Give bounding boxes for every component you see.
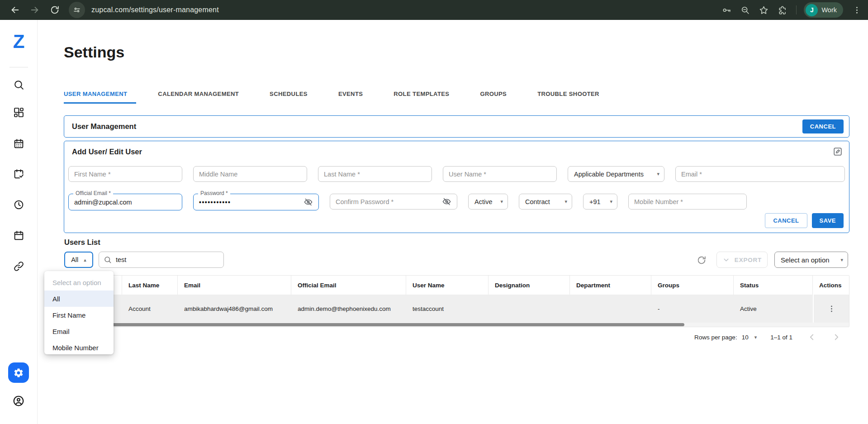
country-code-select[interactable]: +91▾ <box>583 194 617 210</box>
sidebar-item-settings[interactable] <box>8 362 29 383</box>
extensions-icon[interactable] <box>778 5 787 15</box>
col-header-designation[interactable]: Designation <box>489 276 570 295</box>
chevron-down-icon: ▾ <box>840 257 843 263</box>
form-row-2: Official Email * Password * ••••••••••• … <box>68 194 845 210</box>
browser-menu-kebab-icon[interactable] <box>852 5 862 15</box>
mobile-number-input[interactable] <box>634 198 741 205</box>
table-pagination: Rows per page: 10 ▾ 1–1 of 1 <box>64 327 849 348</box>
calendar-check-icon[interactable] <box>13 168 24 180</box>
table-row[interactable]: Account ambikabhardwaj486@gmail.com admi… <box>64 295 849 323</box>
toolbar-divider <box>796 5 797 14</box>
site-settings-icon[interactable] <box>69 2 85 18</box>
search-input[interactable] <box>116 256 219 263</box>
filter-field-select[interactable]: All ▴ <box>64 252 93 268</box>
form-cancel-button[interactable]: CANCEL <box>765 213 807 228</box>
pagination-range: 1–1 of 1 <box>770 334 792 341</box>
app-logo[interactable]: Z <box>0 31 38 52</box>
eye-off-icon[interactable] <box>304 197 313 207</box>
middle-name-input[interactable] <box>199 171 301 178</box>
col-header-official-email[interactable]: Official Email <box>291 276 406 295</box>
rows-per-page-select[interactable]: 10 ▾ <box>742 334 757 341</box>
col-header-email[interactable]: Email <box>178 276 291 295</box>
previous-page-icon[interactable] <box>807 332 817 342</box>
chevron-up-icon: ▴ <box>84 257 86 263</box>
section-title: User Management <box>72 122 136 131</box>
official-email-input[interactable] <box>74 199 176 206</box>
official-email-field[interactable]: Official Email * <box>68 194 182 210</box>
edit-icon[interactable] <box>833 147 843 157</box>
bookmark-star-icon[interactable] <box>759 5 768 15</box>
last-name-field[interactable] <box>318 166 432 182</box>
form-save-button[interactable]: SAVE <box>812 213 844 228</box>
eye-off-icon[interactable] <box>442 197 451 206</box>
form-buttons: CANCEL SAVE <box>765 213 844 228</box>
password-field[interactable]: Password * ••••••••••• <box>193 194 319 210</box>
menu-option-mobile-number[interactable]: Mobile Number <box>44 339 114 356</box>
cell-department <box>570 295 651 323</box>
status-select[interactable]: Active▾ <box>468 194 508 210</box>
horizontal-scrollbar[interactable] <box>64 323 849 327</box>
confirm-password-field[interactable] <box>330 194 457 210</box>
chevron-down-icon: ▾ <box>754 334 757 340</box>
last-name-input[interactable] <box>324 171 426 178</box>
col-header-status[interactable]: Status <box>734 276 813 295</box>
employment-type-select[interactable]: Contract▾ <box>519 194 572 210</box>
users-table: Last Name Email Official Email User Name… <box>64 275 849 327</box>
col-header-actions[interactable]: Actions <box>813 276 849 295</box>
tab-events[interactable]: EVENTS <box>329 87 372 104</box>
middle-name-field[interactable] <box>193 166 307 182</box>
menu-option-first-name[interactable]: First Name <box>44 307 114 323</box>
tab-groups[interactable]: GROUPS <box>471 87 516 104</box>
forward-icon[interactable] <box>30 5 40 15</box>
account-icon[interactable] <box>12 395 25 407</box>
mobile-number-field[interactable] <box>628 194 747 210</box>
form-row-1: Applicable Departments▾ <box>68 166 845 182</box>
menu-option-all[interactable]: All <box>44 291 114 307</box>
col-header-department[interactable]: Department <box>570 276 651 295</box>
password-masked-value[interactable]: ••••••••••• <box>199 199 231 206</box>
tab-calendar-management[interactable]: CALENDAR MANAGEMENT <box>149 87 248 104</box>
col-header-user-name[interactable]: User Name <box>406 276 489 295</box>
calendar-month-icon[interactable] <box>13 138 24 149</box>
user-name-field[interactable] <box>443 166 557 182</box>
export-button[interactable]: EXPORT <box>716 252 768 268</box>
first-name-field[interactable] <box>68 166 182 182</box>
col-header-groups[interactable]: Groups <box>651 276 734 295</box>
url-bar[interactable]: zupcal.com/settings/user-management <box>91 6 219 14</box>
user-management-panel: User Management CANCEL <box>64 115 849 138</box>
zoom-out-icon[interactable] <box>740 5 750 15</box>
first-name-input[interactable] <box>74 171 176 178</box>
tab-schedules[interactable]: SCHEDULES <box>261 87 317 104</box>
cell-groups: - <box>651 295 734 323</box>
users-list-title: Users List <box>64 238 100 247</box>
tab-user-management[interactable]: USER MANAGEMENT <box>64 87 136 104</box>
password-key-icon[interactable] <box>722 5 731 15</box>
refresh-icon[interactable] <box>697 255 707 265</box>
cell-official-email: admin.demo@thephoenixedu.com <box>291 295 406 323</box>
departments-select[interactable]: Applicable Departments▾ <box>568 166 664 182</box>
menu-option-email[interactable]: Email <box>44 323 114 339</box>
back-icon[interactable] <box>10 5 20 15</box>
reload-icon[interactable] <box>50 5 60 15</box>
scrollbar-thumb[interactable] <box>64 323 684 326</box>
row-actions-kebab-icon[interactable] <box>827 305 836 313</box>
email-input[interactable] <box>681 171 839 178</box>
calendar-icon[interactable] <box>13 230 24 241</box>
cancel-button[interactable]: CANCEL <box>802 119 844 133</box>
password-label: Password * <box>198 190 230 196</box>
col-header-last-name[interactable]: Last Name <box>122 276 178 295</box>
search-icon[interactable] <box>13 79 24 91</box>
link-icon[interactable] <box>13 261 24 272</box>
next-page-icon[interactable] <box>831 332 841 342</box>
tab-role-templates[interactable]: ROLE TEMPLATES <box>384 87 458 104</box>
browser-profile-button[interactable]: J Work <box>804 2 843 18</box>
clock-icon[interactable] <box>13 199 24 210</box>
search-field[interactable] <box>99 252 224 268</box>
group-filter-select[interactable]: Select an option ▾ <box>774 252 848 268</box>
tab-trouble-shooter[interactable]: TROUBLE SHOOTER <box>528 87 608 104</box>
dashboard-icon[interactable] <box>13 107 24 118</box>
user-name-input[interactable] <box>449 171 551 178</box>
confirm-password-input[interactable] <box>336 198 438 205</box>
email-field[interactable] <box>675 166 845 182</box>
cell-last-name: Account <box>122 295 178 323</box>
